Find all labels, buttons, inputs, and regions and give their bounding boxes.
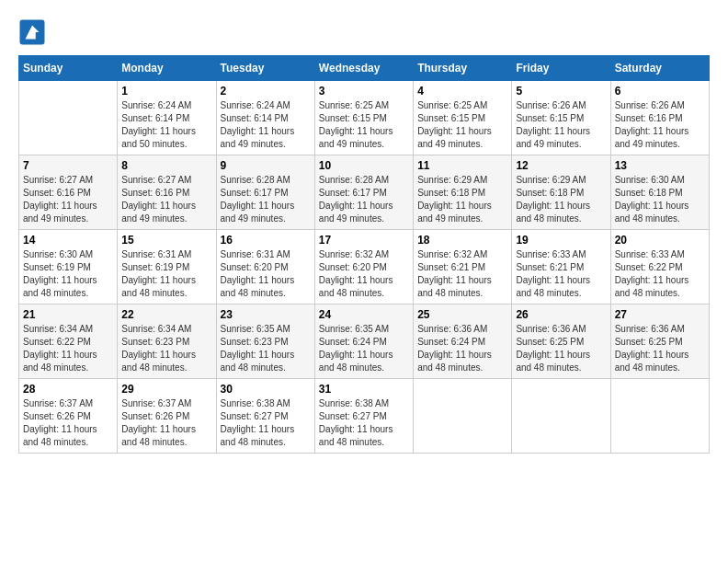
day-info: Sunrise: 6:28 AM Sunset: 6:17 PM Dayligh… <box>319 174 409 225</box>
day-info: Sunrise: 6:32 AM Sunset: 6:21 PM Dayligh… <box>417 248 507 300</box>
day-info: Sunrise: 6:38 AM Sunset: 6:27 PM Dayligh… <box>221 397 311 449</box>
calendar-cell: 24Sunrise: 6:35 AM Sunset: 6:24 PM Dayli… <box>314 304 413 379</box>
weekday-header-wednesday: Wednesday <box>314 56 413 81</box>
calendar-cell: 25Sunrise: 6:36 AM Sunset: 6:24 PM Dayli… <box>414 304 512 379</box>
day-number: 10 <box>319 159 409 172</box>
calendar-cell: 15Sunrise: 6:31 AM Sunset: 6:19 PM Dayli… <box>118 230 216 304</box>
day-info: Sunrise: 6:26 AM Sunset: 6:16 PM Dayligh… <box>615 99 705 151</box>
day-info: Sunrise: 6:36 AM Sunset: 6:25 PM Dayligh… <box>516 323 606 374</box>
week-row-5: 28Sunrise: 6:37 AM Sunset: 6:26 PM Dayli… <box>19 379 710 454</box>
calendar-cell: 10Sunrise: 6:28 AM Sunset: 6:17 PM Dayli… <box>314 155 413 230</box>
day-number: 16 <box>221 234 311 247</box>
day-number: 9 <box>221 159 311 172</box>
calendar-cell: 28Sunrise: 6:37 AM Sunset: 6:26 PM Dayli… <box>19 379 118 454</box>
day-number: 7 <box>23 159 113 172</box>
calendar-cell: 12Sunrise: 6:29 AM Sunset: 6:18 PM Dayli… <box>512 155 610 230</box>
day-info: Sunrise: 6:34 AM Sunset: 6:22 PM Dayligh… <box>23 323 113 374</box>
day-number: 17 <box>319 234 409 247</box>
weekday-header-row: SundayMondayTuesdayWednesdayThursdayFrid… <box>19 56 710 81</box>
day-info: Sunrise: 6:30 AM Sunset: 6:19 PM Dayligh… <box>23 248 113 300</box>
calendar-cell: 9Sunrise: 6:28 AM Sunset: 6:17 PM Daylig… <box>216 155 314 230</box>
day-number: 5 <box>516 85 606 98</box>
calendar-cell <box>610 379 709 454</box>
calendar-cell: 21Sunrise: 6:34 AM Sunset: 6:22 PM Dayli… <box>19 304 118 379</box>
day-number: 3 <box>319 85 409 98</box>
day-info: Sunrise: 6:31 AM Sunset: 6:20 PM Dayligh… <box>221 248 311 300</box>
calendar-cell: 2Sunrise: 6:24 AM Sunset: 6:14 PM Daylig… <box>216 81 314 155</box>
day-number: 11 <box>417 159 507 172</box>
header <box>18 18 710 46</box>
calendar-cell: 31Sunrise: 6:38 AM Sunset: 6:27 PM Dayli… <box>314 379 413 454</box>
calendar-cell: 22Sunrise: 6:34 AM Sunset: 6:23 PM Dayli… <box>118 304 216 379</box>
day-number: 26 <box>516 308 606 321</box>
day-info: Sunrise: 6:27 AM Sunset: 6:16 PM Dayligh… <box>23 174 113 225</box>
day-info: Sunrise: 6:30 AM Sunset: 6:18 PM Dayligh… <box>615 174 705 225</box>
day-info: Sunrise: 6:29 AM Sunset: 6:18 PM Dayligh… <box>516 174 606 225</box>
day-info: Sunrise: 6:37 AM Sunset: 6:26 PM Dayligh… <box>23 397 113 449</box>
day-number: 30 <box>221 383 311 396</box>
calendar-cell: 19Sunrise: 6:33 AM Sunset: 6:21 PM Dayli… <box>512 230 610 304</box>
day-info: Sunrise: 6:33 AM Sunset: 6:22 PM Dayligh… <box>615 248 705 300</box>
day-number: 29 <box>121 383 211 396</box>
day-info: Sunrise: 6:34 AM Sunset: 6:23 PM Dayligh… <box>121 323 211 374</box>
day-number: 18 <box>417 234 507 247</box>
calendar-cell: 11Sunrise: 6:29 AM Sunset: 6:18 PM Dayli… <box>414 155 512 230</box>
week-row-4: 21Sunrise: 6:34 AM Sunset: 6:22 PM Dayli… <box>19 304 710 379</box>
calendar-cell: 29Sunrise: 6:37 AM Sunset: 6:26 PM Dayli… <box>118 379 216 454</box>
day-number: 13 <box>615 159 705 172</box>
calendar-cell: 20Sunrise: 6:33 AM Sunset: 6:22 PM Dayli… <box>610 230 709 304</box>
week-row-3: 14Sunrise: 6:30 AM Sunset: 6:19 PM Dayli… <box>19 230 710 304</box>
day-info: Sunrise: 6:25 AM Sunset: 6:15 PM Dayligh… <box>319 99 409 151</box>
logo <box>18 18 50 46</box>
day-number: 27 <box>615 308 705 321</box>
calendar-table: SundayMondayTuesdayWednesdayThursdayFrid… <box>18 55 710 454</box>
day-number: 4 <box>417 85 507 98</box>
weekday-header-thursday: Thursday <box>414 56 512 81</box>
calendar-cell: 4Sunrise: 6:25 AM Sunset: 6:15 PM Daylig… <box>414 81 512 155</box>
day-number: 1 <box>121 85 211 98</box>
day-number: 28 <box>23 383 113 396</box>
weekday-header-sunday: Sunday <box>19 56 118 81</box>
calendar-cell: 30Sunrise: 6:38 AM Sunset: 6:27 PM Dayli… <box>216 379 314 454</box>
calendar-cell: 3Sunrise: 6:25 AM Sunset: 6:15 PM Daylig… <box>314 81 413 155</box>
week-row-1: 1Sunrise: 6:24 AM Sunset: 6:14 PM Daylig… <box>19 81 710 155</box>
week-row-2: 7Sunrise: 6:27 AM Sunset: 6:16 PM Daylig… <box>19 155 710 230</box>
weekday-header-tuesday: Tuesday <box>216 56 314 81</box>
calendar-cell: 18Sunrise: 6:32 AM Sunset: 6:21 PM Dayli… <box>414 230 512 304</box>
calendar-cell: 5Sunrise: 6:26 AM Sunset: 6:15 PM Daylig… <box>512 81 610 155</box>
day-info: Sunrise: 6:33 AM Sunset: 6:21 PM Dayligh… <box>516 248 606 300</box>
day-info: Sunrise: 6:25 AM Sunset: 6:15 PM Dayligh… <box>417 99 507 151</box>
day-number: 22 <box>121 308 211 321</box>
day-info: Sunrise: 6:29 AM Sunset: 6:18 PM Dayligh… <box>417 174 507 225</box>
weekday-header-friday: Friday <box>512 56 610 81</box>
day-info: Sunrise: 6:36 AM Sunset: 6:25 PM Dayligh… <box>615 323 705 374</box>
day-info: Sunrise: 6:35 AM Sunset: 6:24 PM Dayligh… <box>319 323 409 374</box>
calendar-cell: 14Sunrise: 6:30 AM Sunset: 6:19 PM Dayli… <box>19 230 118 304</box>
calendar-cell: 7Sunrise: 6:27 AM Sunset: 6:16 PM Daylig… <box>19 155 118 230</box>
day-info: Sunrise: 6:35 AM Sunset: 6:23 PM Dayligh… <box>221 323 311 374</box>
calendar-cell <box>512 379 610 454</box>
day-number: 8 <box>121 159 211 172</box>
calendar-cell: 8Sunrise: 6:27 AM Sunset: 6:16 PM Daylig… <box>118 155 216 230</box>
day-number: 24 <box>319 308 409 321</box>
day-number: 25 <box>417 308 507 321</box>
day-number: 19 <box>516 234 606 247</box>
day-number: 12 <box>516 159 606 172</box>
day-number: 15 <box>121 234 211 247</box>
day-number: 2 <box>221 85 311 98</box>
day-info: Sunrise: 6:31 AM Sunset: 6:19 PM Dayligh… <box>121 248 211 300</box>
day-info: Sunrise: 6:24 AM Sunset: 6:14 PM Dayligh… <box>121 99 211 151</box>
weekday-header-monday: Monday <box>118 56 216 81</box>
day-info: Sunrise: 6:27 AM Sunset: 6:16 PM Dayligh… <box>121 174 211 225</box>
day-number: 6 <box>615 85 705 98</box>
calendar-cell: 26Sunrise: 6:36 AM Sunset: 6:25 PM Dayli… <box>512 304 610 379</box>
calendar-cell <box>19 81 118 155</box>
day-info: Sunrise: 6:26 AM Sunset: 6:15 PM Dayligh… <box>516 99 606 151</box>
day-info: Sunrise: 6:28 AM Sunset: 6:17 PM Dayligh… <box>221 174 311 225</box>
weekday-header-saturday: Saturday <box>610 56 709 81</box>
day-number: 20 <box>615 234 705 247</box>
logo-icon <box>18 18 46 46</box>
day-number: 31 <box>319 383 409 396</box>
day-number: 21 <box>23 308 113 321</box>
day-info: Sunrise: 6:36 AM Sunset: 6:24 PM Dayligh… <box>417 323 507 374</box>
